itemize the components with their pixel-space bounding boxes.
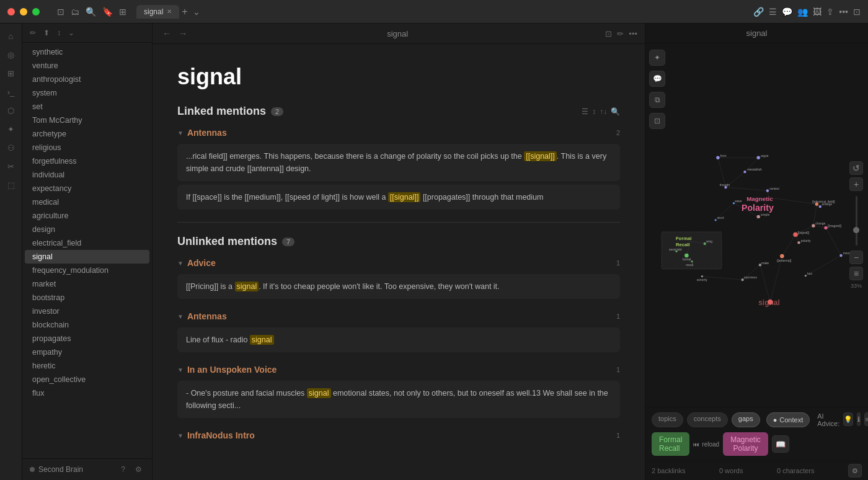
nav-graph-icon[interactable]: ◎	[4, 47, 19, 62]
sidebar-item-investor[interactable]: investor	[25, 304, 149, 318]
infranodus-toggle[interactable]: ▼	[177, 432, 184, 439]
nav-people2-icon[interactable]: ⚇	[4, 140, 19, 155]
sidebar-item-forgetfulness[interactable]: forgetfulness	[25, 154, 149, 168]
traffic-light-close[interactable]	[7, 8, 15, 16]
graph-node-polarity[interactable]	[797, 241, 800, 244]
graph-context-btn[interactable]: ● Context	[766, 412, 810, 427]
antennas-name[interactable]: Antennas	[187, 128, 227, 138]
graph-zoom-in-btn[interactable]: +	[849, 177, 863, 191]
pill-formal-recall[interactable]: FormalRecall	[652, 432, 689, 456]
traffic-light-minimize[interactable]	[20, 8, 27, 16]
graph-tab-concepts[interactable]: concepts	[687, 412, 728, 427]
nav-terminal-icon[interactable]: ›_	[4, 84, 19, 99]
advice-name[interactable]: Advice	[187, 258, 216, 268]
graph-node-reestablish[interactable]	[743, 171, 746, 173]
sidebar-item-anthropologist[interactable]: anthropologist	[25, 73, 149, 86]
graph-node-electrical-field[interactable]	[815, 203, 818, 206]
sidebar-item-signal[interactable]: signal	[25, 250, 149, 264]
graph-node-thought[interactable]	[724, 186, 727, 189]
sidebar-upload-btn[interactable]: ⬆	[41, 27, 52, 38]
graph-node-make[interactable]	[759, 264, 761, 266]
nav-home-icon[interactable]: ⌂	[4, 29, 19, 43]
sidebar-item-tom-mccarthy[interactable]: Tom McCarthy	[25, 113, 149, 127]
sidebar-item-medical[interactable]: medical	[25, 195, 149, 209]
sidebar-item-propagates[interactable]: propagates	[25, 332, 149, 345]
antennas-toggle[interactable]: ▼	[177, 130, 184, 136]
tab-close-icon[interactable]: ✕	[167, 8, 172, 15]
infranodus-name[interactable]: InfraNodus Intro	[187, 430, 255, 440]
people-toolbar-icon[interactable]: 👥	[797, 7, 808, 17]
pill-magnetic-polarity[interactable]: MagneticPolarity	[723, 432, 768, 456]
nav-node-icon[interactable]: ⬡	[4, 103, 19, 118]
graph-ai-info-btn[interactable]: ℹ	[857, 412, 861, 426]
sidebar-item-heretic[interactable]: heretic	[25, 359, 149, 373]
graph-zoom-out-btn[interactable]: −	[849, 251, 863, 264]
nav-grid-icon[interactable]: ⊞	[4, 66, 19, 81]
graph-tab-gaps[interactable]: gaps	[732, 412, 760, 427]
list-toolbar-icon[interactable]: ☰	[769, 7, 777, 17]
nav-star-icon[interactable]: ✦	[4, 122, 19, 136]
chevron-down-icon[interactable]: ⌄	[193, 7, 200, 17]
sidebar-item-frequency-modulation[interactable]: frequency_modulation	[25, 264, 149, 277]
linked-sort-btn[interactable]: ↕	[592, 107, 596, 116]
sidebar-item-set[interactable]: set	[25, 100, 149, 113]
sidebar-item-expectancy[interactable]: expectancy	[25, 182, 149, 195]
graph-node-fact[interactable]	[805, 275, 807, 277]
sidebar-item-design[interactable]: design	[25, 223, 149, 236]
graph-settings-btn[interactable]: ⚙	[848, 464, 862, 478]
sidebar-settings-btn[interactable]: ⚙	[133, 464, 144, 475]
image-toolbar-icon[interactable]: 🖼	[813, 7, 822, 17]
graph-node-form[interactable]	[716, 156, 719, 159]
graph-node-emerge[interactable]	[819, 205, 822, 208]
graph-node-wave[interactable]	[733, 202, 735, 204]
graph-node-formal[interactable]	[684, 254, 689, 258]
layout-toolbar-icon[interactable]: ⊡	[853, 7, 861, 17]
graph-node-context[interactable]	[766, 189, 769, 192]
advice-toggle[interactable]: ▼	[177, 260, 184, 267]
share-toolbar-icon[interactable]: ⇪	[826, 7, 834, 17]
sidebar-item-venture[interactable]: venture	[25, 59, 149, 73]
sidebar-item-blockchain[interactable]: blockchain	[25, 318, 149, 332]
graph-export-btn[interactable]: ⊡	[649, 113, 665, 129]
sidebar-item-open-collective[interactable]: open_collective	[25, 373, 149, 386]
graph-node-word[interactable]	[715, 219, 717, 221]
grid-icon[interactable]: ⊞	[119, 7, 126, 17]
graph-node-openness[interactable]	[741, 278, 743, 281]
editor-edit-btn[interactable]: ✏	[617, 29, 624, 38]
graph-pin-btn[interactable]: ✦	[649, 50, 665, 66]
sidebar-item-electrical-field[interactable]: electrical_field	[25, 236, 149, 250]
graph-ai-list-btn[interactable]: ≡	[864, 412, 868, 426]
graph-node-argue[interactable]	[757, 156, 760, 159]
linked-sort2-btn[interactable]: ↑↓	[600, 107, 607, 116]
graph-node-change[interactable]	[812, 224, 815, 227]
pill-book-icon[interactable]: 📖	[772, 435, 789, 453]
linked-list-btn[interactable]: ☰	[582, 107, 588, 116]
graph-node-recall[interactable]	[691, 260, 693, 262]
graph-comment-btn[interactable]: 💬	[649, 71, 665, 87]
graph-node-wing[interactable]	[704, 242, 706, 245]
sidebar-item-individual[interactable]: individual	[25, 168, 149, 182]
search-icon[interactable]: 🔍	[86, 7, 96, 17]
graph-tab-topics[interactable]: topics	[652, 412, 683, 427]
sidebar-item-bootstrap[interactable]: bootstrap	[25, 291, 149, 304]
graph-node-sonority[interactable]	[701, 275, 703, 277]
editor-back-btn[interactable]: ←	[160, 27, 174, 40]
graph-reset-btn[interactable]: ↺	[849, 161, 863, 175]
sidebar-item-market[interactable]: market	[25, 277, 149, 291]
new-tab-icon[interactable]: +	[182, 6, 187, 17]
linked-search-btn[interactable]: 🔍	[611, 107, 620, 116]
graph-ai-bulb-btn[interactable]: 💡	[843, 412, 853, 426]
bubble-toolbar-icon[interactable]: 💬	[782, 7, 792, 17]
graph-node-magnet[interactable]	[824, 226, 827, 229]
graph-node-move[interactable]	[839, 254, 842, 257]
graph-node-signal-main[interactable]	[793, 232, 798, 237]
editor-forward-btn[interactable]: →	[176, 27, 190, 40]
sidebar-item-religious[interactable]: religious	[25, 141, 149, 154]
unlinked-antennas-name[interactable]: Antennas	[187, 311, 227, 321]
traffic-light-fullscreen[interactable]	[32, 8, 40, 16]
graph-node-antenna[interactable]	[780, 254, 784, 259]
editor-more-btn[interactable]: •••	[629, 29, 637, 38]
bookmark-icon[interactable]: 🔖	[102, 7, 113, 17]
unspoken-name[interactable]: In an Unspoken Voice	[187, 365, 277, 375]
sidebar-toggle-icon[interactable]: ⊡	[57, 7, 64, 17]
